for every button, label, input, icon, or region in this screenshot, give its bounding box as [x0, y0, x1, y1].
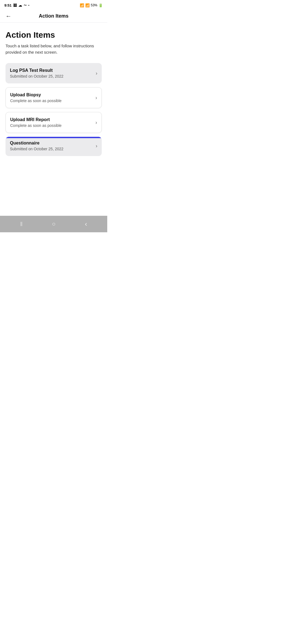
action-card-upload-biopsy-subtitle: Complete as soon as possible [10, 99, 93, 103]
progress-bar-fill [6, 137, 102, 138]
action-card-upload-mri-title: Upload MRI Report [10, 117, 93, 122]
action-card-log-psa-content: Log PSA Test Result Submitted on October… [10, 68, 94, 78]
home-button[interactable]: ○ [52, 220, 56, 228]
progress-bar-container [6, 137, 102, 138]
action-list: Log PSA Test Result Submitted on October… [6, 63, 102, 156]
action-card-upload-mri[interactable]: Upload MRI Report Complete as soon as po… [6, 112, 102, 133]
action-card-questionnaire-inner: Questionnaire Submitted on October 25, 2… [10, 137, 97, 151]
status-time: 9:51 🖼 ☁ 〜 • [4, 3, 29, 7]
action-card-upload-biopsy-content: Upload Biopsy Complete as soon as possib… [10, 92, 93, 103]
dot-icon: • [28, 4, 29, 7]
page-heading: Action Items [6, 30, 102, 40]
recent-apps-button[interactable]: ⦀ [20, 220, 23, 228]
action-card-upload-mri-content: Upload MRI Report Complete as soon as po… [10, 117, 93, 128]
time-display: 9:51 [4, 3, 12, 7]
status-right: 📶 📶 53% 🔋 [80, 3, 103, 7]
back-arrow-icon: ← [6, 13, 12, 20]
action-card-questionnaire-title: Questionnaire [10, 141, 94, 146]
page-description: Touch a task listed below, and follow in… [6, 43, 102, 55]
back-chevron-icon: ‹ [85, 220, 87, 228]
status-bar: 9:51 🖼 ☁ 〜 • 📶 📶 53% 🔋 [0, 0, 107, 10]
nav-title: Action Items [39, 13, 68, 19]
menu-lines-icon: ⦀ [20, 220, 23, 228]
wifi-icon: 📶 [80, 3, 84, 7]
action-card-upload-mri-subtitle: Complete as soon as possible [10, 123, 93, 128]
action-card-questionnaire-content: Questionnaire Submitted on October 25, 2… [10, 141, 94, 151]
cloud-icon: ☁ [18, 3, 22, 7]
chevron-right-icon: › [96, 143, 97, 149]
battery-icon: 🔋 [98, 3, 103, 7]
signal-icon: 📶 [85, 3, 90, 7]
action-card-upload-biopsy-title: Upload Biopsy [10, 92, 93, 97]
battery-label: 53% [91, 3, 97, 7]
action-card-questionnaire-subtitle: Submitted on October 25, 2022 [10, 147, 94, 151]
bottom-nav-bar: ⦀ ○ ‹ [0, 216, 107, 232]
nav-bar: ← Action Items [0, 10, 107, 23]
action-card-questionnaire[interactable]: Questionnaire Submitted on October 25, 2… [6, 137, 102, 156]
chevron-right-icon: › [95, 120, 97, 125]
chevron-right-icon: › [96, 70, 97, 76]
action-card-log-psa-title: Log PSA Test Result [10, 68, 94, 73]
action-card-log-psa-subtitle: Submitted on October 25, 2022 [10, 74, 94, 78]
back-nav-button[interactable]: ‹ [85, 220, 87, 228]
chevron-right-icon: › [95, 95, 97, 101]
home-circle-icon: ○ [52, 220, 56, 228]
action-card-log-psa[interactable]: Log PSA Test Result Submitted on October… [6, 63, 102, 83]
action-card-upload-biopsy[interactable]: Upload Biopsy Complete as soon as possib… [6, 87, 102, 108]
wave-icon: 〜 [24, 3, 27, 7]
photo-icon: 🖼 [13, 3, 17, 7]
back-button[interactable]: ← [4, 12, 13, 21]
main-content: Action Items Touch a task listed below, … [0, 23, 107, 216]
